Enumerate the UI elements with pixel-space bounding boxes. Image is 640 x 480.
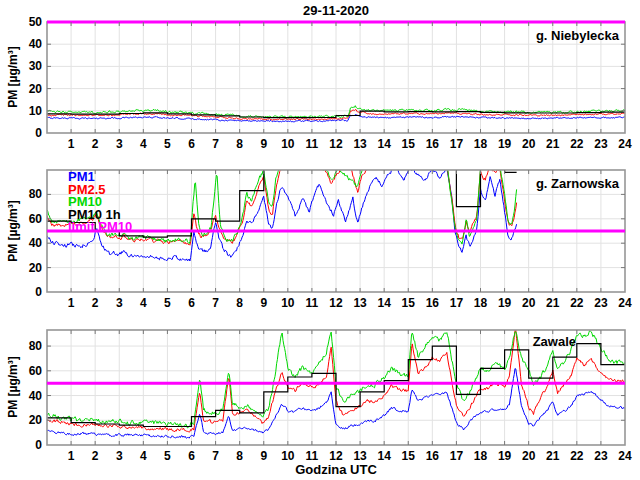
legend: PM1 PM2.5 PM10 PM10 1h limit PM10 — [68, 171, 132, 234]
x-tick-label: 9 — [252, 137, 276, 151]
x-tick-label: 23 — [589, 449, 613, 463]
x-tick-label: 14 — [372, 137, 396, 151]
y-tick-label: 30 — [8, 59, 42, 73]
x-tick-label: 3 — [107, 449, 131, 463]
x-tick-label: 2 — [83, 296, 107, 310]
x-tick-label: 1 — [59, 449, 83, 463]
x-tick-label: 22 — [565, 137, 589, 151]
y-tick-label: 50 — [8, 15, 42, 29]
x-tick-label: 18 — [469, 296, 493, 310]
x-tick-label: 21 — [541, 137, 565, 151]
x-tick-label: 12 — [324, 296, 348, 310]
station-label-zarnowska: g. Zarnowska — [536, 176, 619, 191]
station-label-niebylecka: g. Niebylecka — [536, 28, 619, 43]
x-tick-label: 16 — [420, 137, 444, 151]
x-tick-label: 7 — [204, 449, 228, 463]
y-tick-label: 20 — [8, 261, 42, 275]
x-tick-label: 7 — [204, 296, 228, 310]
y-tick-label: 20 — [8, 82, 42, 96]
x-tick-label: 15 — [396, 137, 420, 151]
x-tick-label: 19 — [493, 137, 517, 151]
x-tick-label: 8 — [228, 137, 252, 151]
x-tick-label: 2 — [83, 449, 107, 463]
x-tick-label: 18 — [469, 449, 493, 463]
x-tick-label: 23 — [589, 137, 613, 151]
y-tick-label: 0 — [8, 285, 42, 299]
x-tick-label: 15 — [396, 296, 420, 310]
x-tick-label: 11 — [300, 449, 324, 463]
x-tick-label: 18 — [469, 137, 493, 151]
chart-title: 29-11-2020 — [47, 3, 625, 18]
station-label-zawale: Zawale — [533, 334, 576, 349]
x-tick-label: 6 — [180, 296, 204, 310]
x-tick-label: 11 — [300, 137, 324, 151]
y-tick-label: 60 — [8, 364, 42, 378]
x-tick-label: 11 — [300, 296, 324, 310]
x-tick-label: 7 — [204, 137, 228, 151]
x-tick-label: 9 — [252, 296, 276, 310]
x-tick-label: 3 — [107, 296, 131, 310]
x-tick-label: 20 — [517, 296, 541, 310]
x-tick-label: 21 — [541, 296, 565, 310]
x-tick-label: 6 — [180, 449, 204, 463]
x-tick-label: 15 — [396, 449, 420, 463]
x-tick-label: 12 — [324, 137, 348, 151]
x-tick-label: 23 — [589, 296, 613, 310]
x-tick-label: 3 — [107, 137, 131, 151]
x-tick-label: 17 — [444, 296, 468, 310]
x-tick-label: 10 — [276, 449, 300, 463]
x-tick-label: 19 — [493, 449, 517, 463]
x-tick-label: 2 — [83, 137, 107, 151]
x-tick-label: 1 — [59, 137, 83, 151]
y-tick-label: 80 — [8, 339, 42, 353]
y-tick-label: 40 — [8, 37, 42, 51]
x-tick-label: 22 — [565, 296, 589, 310]
legend-item-limit-pm10: limit PM10 — [68, 221, 132, 234]
x-tick-label: 13 — [348, 449, 372, 463]
y-tick-label: 10 — [8, 104, 42, 118]
x-tick-label: 4 — [131, 449, 155, 463]
x-tick-label: 13 — [348, 137, 372, 151]
y-tick-label: 40 — [8, 236, 42, 250]
x-tick-label: 17 — [444, 449, 468, 463]
x-tick-label: 24 — [613, 296, 637, 310]
x-tick-label: 14 — [372, 296, 396, 310]
x-tick-label: 24 — [613, 137, 637, 151]
x-tick-label: 20 — [517, 449, 541, 463]
x-tick-label: 5 — [155, 296, 179, 310]
x-tick-label: 19 — [493, 296, 517, 310]
x-tick-label: 22 — [565, 449, 589, 463]
x-tick-label: 13 — [348, 296, 372, 310]
y-tick-label: 0 — [8, 438, 42, 452]
figure: 29-11-2020 PM [µg/m³] PM [µg/m³] PM [µg/… — [0, 0, 640, 480]
y-tick-label: 60 — [8, 212, 42, 226]
x-tick-label: 5 — [155, 137, 179, 151]
x-tick-label: 10 — [276, 137, 300, 151]
x-tick-label: 16 — [420, 449, 444, 463]
x-tick-label: 12 — [324, 449, 348, 463]
chart-canvas — [0, 0, 640, 480]
x-tick-label: 5 — [155, 449, 179, 463]
x-tick-label: 4 — [131, 137, 155, 151]
x-tick-label: 21 — [541, 449, 565, 463]
y-tick-label: 40 — [8, 389, 42, 403]
y-tick-label: 0 — [8, 126, 42, 140]
y-tick-label: 80 — [8, 187, 42, 201]
x-tick-label: 6 — [180, 137, 204, 151]
x-tick-label: 8 — [228, 296, 252, 310]
x-tick-label: 14 — [372, 449, 396, 463]
x-tick-label: 24 — [613, 449, 637, 463]
x-tick-label: 20 — [517, 137, 541, 151]
y-tick-label: 20 — [8, 413, 42, 427]
x-tick-label: 1 — [59, 296, 83, 310]
x-tick-label: 8 — [228, 449, 252, 463]
x-tick-label: 16 — [420, 296, 444, 310]
x-tick-label: 4 — [131, 296, 155, 310]
x-tick-label: 9 — [252, 449, 276, 463]
x-tick-label: 17 — [444, 137, 468, 151]
x-axis-label: Godzina UTC — [47, 462, 625, 477]
x-tick-label: 10 — [276, 296, 300, 310]
